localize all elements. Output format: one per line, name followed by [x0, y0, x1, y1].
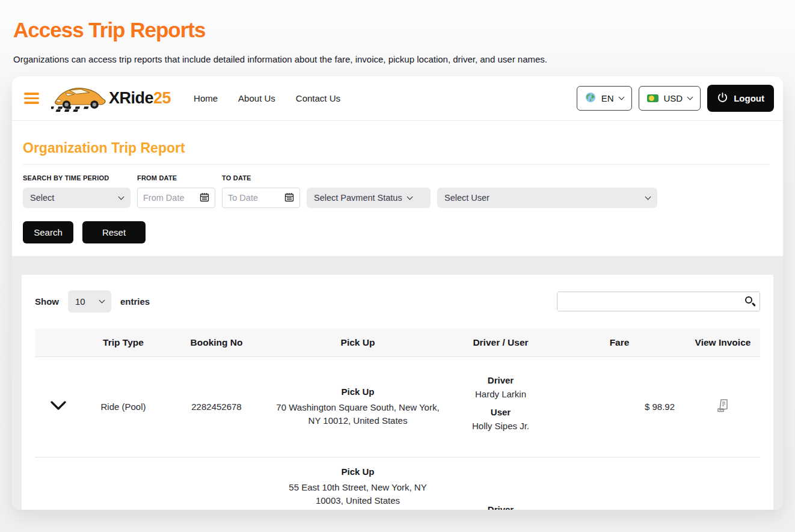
page-subtitle: Organizations can access trip reports th…	[13, 54, 547, 64]
report-section: Organization Trip Report SEARCH BY TIME …	[12, 121, 783, 243]
filter-bar: SEARCH BY TIME PERIOD Select FROM DATE	[23, 174, 770, 208]
nav-link-contact[interactable]: Contact Us	[296, 93, 340, 103]
user-name: Holly Sipes Jr.	[448, 421, 553, 431]
fare-cell: $ 98.92	[553, 356, 686, 457]
payment-status-filter: Select Pavment Status	[307, 188, 431, 208]
to-date-input[interactable]	[228, 193, 280, 203]
divider	[23, 164, 770, 165]
from-date-label: FROM DATE	[137, 174, 215, 182]
filter-actions: Search Reset	[23, 221, 770, 243]
car-logo-icon	[51, 81, 109, 116]
col-pick-up: Pick Up	[268, 329, 448, 356]
language-value: EN	[601, 93, 614, 103]
from-date-filter: FROM DATE	[137, 174, 215, 208]
driver-user-cell: Driver	[448, 457, 553, 510]
currency-dropdown[interactable]: USD	[639, 86, 701, 111]
table-search-input[interactable]	[557, 292, 760, 311]
search-icon[interactable]	[745, 296, 752, 304]
chevron-down-icon	[645, 194, 651, 200]
language-dropdown[interactable]: EN	[577, 86, 632, 111]
chevron-down-icon	[99, 298, 105, 304]
table-zone: Show 10 entries	[12, 256, 783, 510]
reset-button[interactable]: Reset	[82, 221, 146, 243]
show-label: Show	[35, 296, 59, 307]
nav-link-about[interactable]: About Us	[238, 93, 275, 103]
search-button[interactable]: Search	[23, 221, 73, 243]
receipt-icon[interactable]	[716, 398, 730, 415]
driver-name: Hardy Larkin	[448, 389, 553, 399]
nav-link-home[interactable]: Home	[194, 93, 218, 103]
navbar-right: EN USD Logout	[577, 85, 774, 112]
table-card: Show 10 entries	[22, 275, 773, 510]
logout-button[interactable]: Logout	[707, 85, 774, 112]
chevron-down-icon	[407, 194, 413, 200]
navbar: XRide25 Home About Us Contact Us EN	[12, 76, 783, 121]
from-date-input[interactable]	[143, 193, 195, 203]
expand-row-icon[interactable]	[51, 401, 66, 412]
user-filter: Select User	[437, 188, 657, 208]
chevron-down-icon	[118, 194, 124, 200]
brand-name: XRide25	[109, 89, 171, 108]
pickup-address: 55 East 10th Street, New York, NY 10003,…	[276, 481, 440, 507]
calendar-icon[interactable]	[200, 192, 209, 204]
payment-status-select[interactable]: Select Pavment Status	[307, 188, 431, 208]
report-heading: Organization Trip Report	[23, 140, 770, 156]
table-search-field[interactable]	[557, 292, 760, 311]
table-controls: Show 10 entries	[35, 290, 760, 313]
hamburger-icon[interactable]	[24, 93, 39, 104]
pickup-address: 70 Washington Square South, New York, NY…	[276, 401, 440, 427]
calendar-icon[interactable]	[284, 192, 294, 204]
table-row: Ride (Pool) 2282452678 Pick Up 70 Washin…	[35, 356, 760, 457]
col-view-invoice: View Invoice	[686, 329, 760, 356]
trip-type-cell: Ride (Pool)	[81, 356, 165, 457]
chevron-down-icon	[618, 94, 624, 100]
col-trip-type: Trip Type	[81, 329, 165, 356]
col-driver-user: Driver / User	[448, 329, 553, 356]
pickup-cell: Pick Up 70 Washington Square South, New …	[268, 356, 448, 457]
time-period-select[interactable]: Select	[23, 188, 130, 208]
currency-value: USD	[664, 93, 683, 103]
currency-flag-icon	[647, 94, 658, 102]
user-select[interactable]: Select User	[437, 188, 657, 208]
to-date-filter: TO DATE	[222, 174, 300, 208]
nav-links: Home About Us Contact Us	[194, 93, 340, 103]
from-date-field[interactable]	[137, 188, 215, 208]
to-date-field[interactable]	[222, 188, 300, 208]
to-date-label: TO DATE	[222, 174, 300, 182]
entries-label: entries	[120, 296, 150, 307]
col-booking-no: Booking No	[165, 329, 268, 356]
time-period-filter: SEARCH BY TIME PERIOD Select	[23, 174, 130, 208]
brand-logo[interactable]: XRide25	[51, 81, 171, 116]
table-row: Pick Up 55 East 10th Street, New York, N…	[35, 457, 760, 510]
time-period-label: SEARCH BY TIME PERIOD	[23, 174, 130, 182]
pickup-cell: Pick Up 55 East 10th Street, New York, N…	[268, 457, 448, 510]
table-header-row: Trip Type Booking No Pick Up Driver / Us…	[35, 329, 760, 356]
power-icon	[717, 92, 728, 105]
globe-icon	[585, 92, 596, 105]
app-card: XRide25 Home About Us Contact Us EN	[12, 76, 783, 510]
trips-table: Trip Type Booking No Pick Up Driver / Us…	[35, 329, 760, 510]
chevron-down-icon	[687, 94, 693, 100]
driver-user-cell: Driver Hardy Larkin User Holly Sipes Jr.	[448, 356, 553, 457]
expand-column-header	[35, 329, 81, 356]
col-fare: Fare	[553, 329, 686, 356]
page-size-select[interactable]: 10	[68, 290, 111, 313]
page-title: Access Trip Reports	[13, 18, 205, 42]
booking-no-cell: 2282452678	[165, 356, 268, 457]
